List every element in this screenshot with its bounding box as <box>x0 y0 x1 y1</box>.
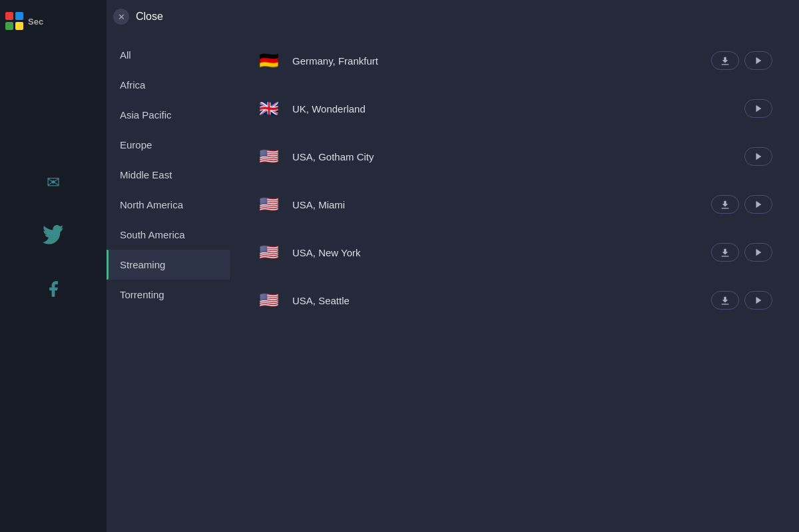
sidebar-item-asia-pacific[interactable]: Asia Pacific <box>107 100 230 130</box>
sidebar-item-label: North America <box>120 199 183 210</box>
server-action-buttons <box>744 147 772 166</box>
logo-sq-yellow <box>15 22 23 30</box>
server-name: Germany, Frankfurt <box>292 55 700 67</box>
svg-marker-1 <box>756 105 762 113</box>
server-name: USA, Miami <box>292 199 700 210</box>
play-button[interactable] <box>744 291 772 310</box>
flag-icon: 🇩🇪 <box>256 48 282 73</box>
play-button[interactable] <box>744 147 772 166</box>
sidebar-item-label: Middle East <box>120 169 172 180</box>
play-button[interactable] <box>744 243 772 262</box>
server-action-buttons <box>744 99 772 118</box>
close-button[interactable]: ✕ <box>113 9 129 25</box>
svg-marker-2 <box>756 153 762 160</box>
sidebar-item-label: All <box>120 49 131 61</box>
server-name: UK, Wonderland <box>292 103 734 115</box>
sidebar-item-label: South America <box>120 229 185 240</box>
play-button[interactable] <box>744 195 772 214</box>
svg-marker-5 <box>756 297 762 304</box>
logo-sq-red <box>5 12 13 20</box>
flag-icon: 🇺🇸 <box>256 240 282 265</box>
sidebar-item-all[interactable]: All <box>107 40 230 70</box>
sidebar-item-torrenting[interactable]: Torrenting <box>107 280 230 310</box>
sidebar-item-europe[interactable]: Europe <box>107 130 230 160</box>
content-area: 🇩🇪Germany, Frankfurt🇬🇧UK, Wonderland🇺🇸US… <box>230 0 799 532</box>
modal-overlay: ✕ Close AllAfricaAsia PacificEuropeMiddl… <box>107 0 799 532</box>
logo-area: Sec <box>0 7 107 36</box>
sidebar-item-south-america[interactable]: South America <box>107 220 230 250</box>
server-action-buttons <box>711 291 772 310</box>
sidebar-item-label: Europe <box>120 139 152 150</box>
app-name-text: Sec <box>28 17 43 27</box>
flag-icon: 🇺🇸 <box>256 288 282 313</box>
facebook-icon <box>40 276 67 302</box>
sidebar-item-africa[interactable]: Africa <box>107 70 230 100</box>
server-name: USA, Gotham City <box>292 151 734 162</box>
close-bar: ✕ Close <box>107 0 799 33</box>
sidebar-item-label: Torrenting <box>120 289 164 300</box>
sidebar-item-north-america[interactable]: North America <box>107 190 230 220</box>
server-row: 🇺🇸USA, Gotham City <box>250 136 779 177</box>
background-left-panel: Sec ✉ <box>0 0 107 532</box>
server-action-buttons <box>711 51 772 70</box>
play-button[interactable] <box>744 99 772 118</box>
svg-marker-3 <box>756 201 762 208</box>
sidebar: AllAfricaAsia PacificEuropeMiddle EastNo… <box>107 0 230 532</box>
server-action-buttons <box>711 195 772 214</box>
server-name: USA, New York <box>292 247 700 258</box>
flag-icon: 🇺🇸 <box>256 192 282 217</box>
server-list: 🇩🇪Germany, Frankfurt🇬🇧UK, Wonderland🇺🇸US… <box>250 40 779 321</box>
server-row: 🇺🇸USA, New York <box>250 232 779 273</box>
flag-icon: 🇬🇧 <box>256 96 282 121</box>
download-button[interactable] <box>711 243 739 262</box>
avg-logo <box>5 12 24 31</box>
twitter-icon <box>40 222 67 249</box>
server-row: 🇺🇸USA, Miami <box>250 184 779 225</box>
bg-icon-list: ✉ <box>40 169 67 302</box>
server-row: 🇩🇪Germany, Frankfurt <box>250 40 779 81</box>
active-indicator <box>107 250 109 280</box>
svg-marker-4 <box>756 249 762 256</box>
download-button[interactable] <box>711 291 739 310</box>
logo-sq-blue <box>15 12 23 20</box>
logo-sq-green <box>5 22 13 30</box>
close-label: Close <box>136 11 163 23</box>
svg-marker-0 <box>756 57 762 65</box>
download-button[interactable] <box>711 195 739 214</box>
sidebar-item-streaming[interactable]: Streaming <box>107 250 230 280</box>
sidebar-item-label: Africa <box>120 79 145 91</box>
sidebar-item-label: Streaming <box>120 259 165 270</box>
download-button[interactable] <box>711 51 739 70</box>
flag-icon: 🇺🇸 <box>256 144 282 169</box>
server-row: 🇺🇸USA, Seattle <box>250 280 779 321</box>
play-button[interactable] <box>744 51 772 70</box>
sidebar-item-label: Asia Pacific <box>120 109 172 121</box>
server-name: USA, Seattle <box>292 295 700 306</box>
sidebar-item-middle-east[interactable]: Middle East <box>107 160 230 190</box>
mail-icon: ✉ <box>40 169 67 196</box>
server-row: 🇬🇧UK, Wonderland <box>250 88 779 129</box>
server-action-buttons <box>711 243 772 262</box>
